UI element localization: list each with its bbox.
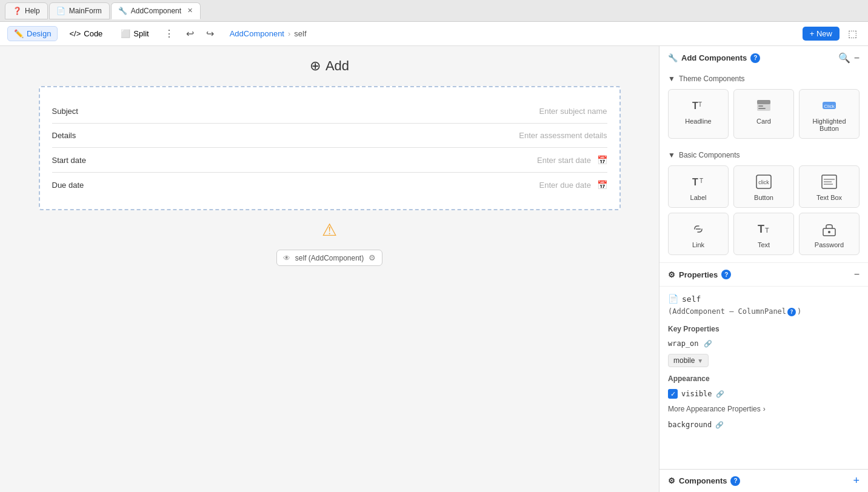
properties-title-area: ⚙ Properties ? — [668, 270, 731, 279]
code-label: Code — [84, 29, 102, 38]
label-icon: T T — [689, 172, 708, 191]
subject-placeholder: Enter subject name — [539, 107, 607, 116]
start-date-calendar-icon: 📅 — [597, 155, 607, 165]
svg-text:T: T — [692, 177, 698, 187]
breadcrumb-self: self — [294, 29, 306, 38]
properties-icon: ⚙ — [668, 270, 675, 279]
link-label: Link — [692, 241, 704, 248]
svg-text:T: T — [698, 101, 702, 108]
wrap-on-link-icon[interactable]: 🔗 — [704, 340, 712, 348]
subject-input-area[interactable]: Enter subject name — [125, 107, 607, 116]
design-icon: ✏️ — [14, 29, 24, 38]
design-button[interactable]: ✏️ Design — [7, 26, 58, 41]
components-bottom-title: Components — [679, 476, 727, 485]
component-item-highlighted-button[interactable]: Click Highlighted Button — [799, 89, 860, 139]
wrap-on-dropdown[interactable]: mobile ▼ — [668, 354, 709, 367]
basic-components-toggle[interactable]: ▼ Basic Components — [668, 151, 860, 159]
properties-help-icon[interactable]: ? — [721, 270, 731, 279]
wrap-on-dropdown-container: mobile ▼ — [668, 354, 860, 367]
wrench-icon: 🔧 — [668, 53, 678, 62]
background-link-icon[interactable]: 🔗 — [715, 421, 724, 429]
visible-checkbox[interactable]: ✓ — [668, 389, 678, 399]
due-date-input-area[interactable]: Enter due date 📅 — [125, 180, 607, 190]
code-button[interactable]: </> Code — [62, 26, 109, 41]
text-icon: T T — [754, 219, 773, 239]
breadcrumb: AddComponent › self — [230, 29, 307, 38]
password-icon — [820, 219, 839, 239]
visible-link-icon[interactable]: 🔗 — [716, 390, 724, 398]
dropdown-arrow-icon: ▼ — [697, 357, 703, 364]
components-icon: ⚙ — [668, 476, 675, 485]
components-bottom-left: ⚙ Components ? — [668, 476, 740, 486]
text-label: Text — [758, 241, 770, 248]
add-components-section: 🔧 Add Components ? 🔍 − ▼ Theme Component… — [659, 46, 868, 263]
prop-self-icon: 📄 — [668, 294, 678, 304]
component-item-headline[interactable]: T T Headline — [668, 89, 729, 139]
split-button[interactable]: ⬜ Split — [114, 26, 155, 41]
component-item-button[interactable]: click Button — [733, 165, 794, 208]
add-components-collapse-button[interactable]: − — [854, 52, 860, 64]
card-icon — [754, 96, 773, 115]
prop-type-label: (AddComponent – ColumnPanel?) — [668, 307, 860, 316]
breadcrumb-separator: › — [288, 29, 290, 38]
headline-label: Headline — [685, 118, 711, 125]
add-components-actions: 🔍 − — [838, 52, 860, 64]
components-bottom-bar: ⚙ Components ? + — [659, 469, 868, 492]
settings-icon[interactable]: ⚙ — [369, 253, 376, 262]
component-tag[interactable]: 👁 self (AddComponent) ⚙ — [276, 250, 382, 266]
component-item-text[interactable]: T T Text — [733, 213, 794, 255]
components-help-icon[interactable]: ? — [730, 476, 740, 486]
start-date-placeholder: Enter start date — [537, 156, 591, 165]
add-component-button[interactable]: + — [853, 474, 860, 487]
form-row-details: Details Enter assessment details — [52, 124, 607, 148]
add-components-help-icon[interactable]: ? — [750, 53, 760, 63]
tab-close-icon[interactable]: ✕ — [187, 7, 193, 15]
headline-icon: T T — [689, 96, 708, 115]
redo-button[interactable]: ↪ — [202, 25, 218, 42]
theme-components-toggle[interactable]: ▼ Theme Components — [668, 75, 860, 83]
undo-button[interactable]: ↩ — [182, 25, 198, 42]
text-box-icon — [820, 172, 839, 191]
properties-collapse-button[interactable]: − — [854, 269, 860, 280]
tab-help[interactable]: ❓ Help — [5, 2, 48, 19]
tab-mainform-label: MainForm — [69, 7, 102, 15]
basic-components-label: Basic Components — [679, 151, 740, 159]
details-placeholder: Enter assessment details — [519, 131, 607, 140]
add-components-search-button[interactable]: 🔍 — [838, 52, 850, 64]
more-options-button[interactable]: ⋮ — [161, 25, 178, 42]
due-date-calendar-icon: 📅 — [597, 180, 607, 190]
start-date-input-area[interactable]: Enter start date 📅 — [125, 155, 607, 165]
code-icon: </> — [69, 29, 81, 38]
more-props-chevron: › — [763, 405, 766, 413]
component-item-label[interactable]: T T Label — [668, 165, 729, 208]
theme-components-grid: T T Headline — [668, 89, 860, 139]
properties-title: Properties — [679, 270, 718, 279]
component-item-text-box[interactable]: Text Box — [799, 165, 860, 208]
view-toggle-button[interactable]: ⬚ — [844, 25, 861, 42]
component-item-card[interactable]: Card — [733, 89, 794, 139]
main-layout: ⊕ Add Subject Enter subject name Details… — [0, 46, 868, 492]
tab-mainform[interactable]: 📄 MainForm — [49, 2, 110, 19]
background-row: background 🔗 — [668, 421, 860, 429]
more-appearance-properties-link[interactable]: More Appearance Properties › — [668, 405, 860, 413]
start-date-label: Start date — [52, 156, 125, 165]
theme-arrow-icon: ▼ — [668, 75, 675, 83]
details-input-area[interactable]: Enter assessment details — [125, 131, 607, 140]
properties-header: ⚙ Properties ? − — [659, 263, 868, 287]
eye-icon: 👁 — [283, 254, 290, 262]
appearance-title: Appearance — [668, 374, 860, 383]
canvas-title-icon: ⊕ — [310, 58, 321, 74]
svg-rect-5 — [758, 108, 766, 109]
component-item-link[interactable]: Link — [668, 213, 729, 255]
tab-addcomponent[interactable]: 🔧 AddComponent ✕ — [111, 2, 201, 19]
details-label: Details — [52, 131, 125, 140]
theme-components-label: Theme Components — [679, 75, 745, 83]
new-button[interactable]: + New — [803, 27, 840, 41]
breadcrumb-component[interactable]: AddComponent — [230, 29, 284, 38]
component-item-password[interactable]: Password — [799, 213, 860, 255]
due-date-placeholder: Enter due date — [539, 181, 591, 190]
button-icon: click — [754, 172, 773, 191]
tab-addcomponent-label: AddComponent — [131, 7, 181, 15]
svg-text:Click: Click — [824, 104, 835, 109]
theme-components-group: ▼ Theme Components T T Headline — [659, 70, 868, 146]
